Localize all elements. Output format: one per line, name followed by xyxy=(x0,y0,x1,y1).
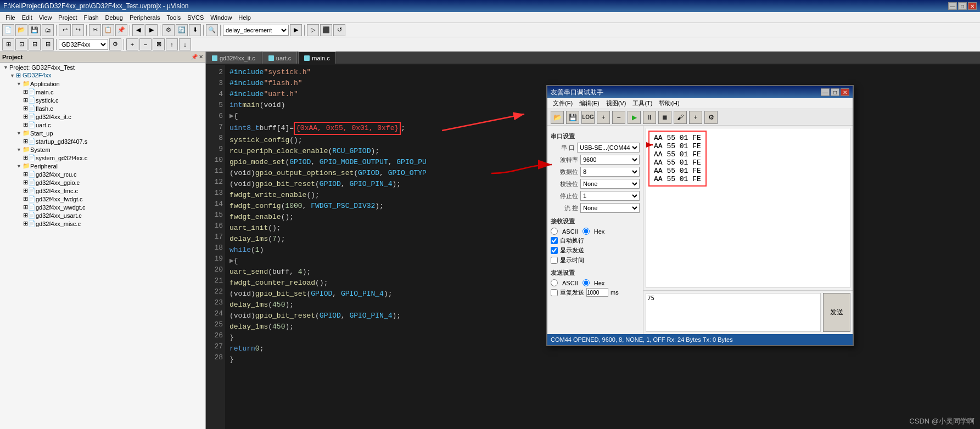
tree-fwdgt-c[interactable]: ⊞📄 gd32f4xx_fwdgt.c xyxy=(1,195,204,203)
flowctrl-select[interactable]: None xyxy=(580,203,640,213)
function-select[interactable]: delay_decrement xyxy=(223,25,289,36)
tree-system-c[interactable]: ⊞📄 system_gd32f4xx.c xyxy=(1,154,204,162)
tree-gd32f4xx-it-c[interactable]: ⊞📄 gd32f4xx_it.c xyxy=(1,112,204,121)
tab-gd32f4xx-it[interactable]: gd32f4xx_it.c xyxy=(206,52,261,64)
dtb-log[interactable]: LOG xyxy=(581,111,595,124)
tree-misc-c[interactable]: ⊞📄 gd32f4xx_misc.c xyxy=(1,219,204,228)
maximize-btn[interactable]: □ xyxy=(958,2,967,10)
reset-btn[interactable]: ↺ xyxy=(333,24,345,36)
repeat-interval-input[interactable] xyxy=(586,288,608,297)
panel-pin[interactable]: 📌 xyxy=(191,54,198,60)
dialog-minimize[interactable]: — xyxy=(821,88,830,96)
dtb-pause[interactable]: ⏸ xyxy=(643,111,656,124)
cut-btn[interactable]: ✂ xyxy=(89,24,101,36)
stop-btn[interactable]: ⬛ xyxy=(320,24,332,36)
menu-tools[interactable]: Tools xyxy=(164,13,184,22)
open-btn[interactable]: 📂 xyxy=(15,24,27,36)
send-button[interactable]: 发送 xyxy=(823,293,850,332)
tree-rcu-c[interactable]: ⊞📄 gd32f4xx_rcu.c xyxy=(1,170,204,178)
databits-select[interactable]: 8 xyxy=(580,167,640,177)
dtb-plus2[interactable]: + xyxy=(689,111,702,124)
tree-wwdgt-c[interactable]: ⊞📄 gd32f4xx_wwdgt.c xyxy=(1,203,204,211)
dtb-sub[interactable]: − xyxy=(612,111,625,124)
tree-main-c[interactable]: ⊞📄 main.c xyxy=(1,88,204,96)
dialog-close[interactable]: ✕ xyxy=(841,88,849,96)
tab-uart[interactable]: uart.c xyxy=(262,52,298,64)
minimize-btn[interactable]: — xyxy=(948,2,957,10)
rebuild-btn[interactable]: 🔄 xyxy=(176,24,188,36)
menu-debug[interactable]: Debug xyxy=(102,13,126,22)
download-btn[interactable]: ⬇ xyxy=(189,24,201,36)
tb2-btn4[interactable]: ⊞ xyxy=(42,38,54,50)
tree-startup[interactable]: ▼ 📁 Start_up xyxy=(1,129,204,137)
menu-window[interactable]: Window xyxy=(207,13,235,22)
new-file-btn[interactable]: 📄 xyxy=(2,24,14,36)
dtb-open[interactable]: 📂 xyxy=(551,111,564,124)
dialog-maximize[interactable]: □ xyxy=(831,88,839,96)
save-btn[interactable]: 💾 xyxy=(29,24,41,36)
debug-start-btn[interactable]: ▷ xyxy=(307,24,319,36)
dtb-play[interactable]: ▶ xyxy=(628,111,641,124)
redo-btn[interactable]: ↪ xyxy=(72,24,84,36)
dtb-stop[interactable]: ⏹ xyxy=(658,111,671,124)
undo-btn[interactable]: ↩ xyxy=(59,24,71,36)
stopbits-select[interactable]: 1 xyxy=(580,191,640,201)
dtb-save[interactable]: 💾 xyxy=(566,111,579,124)
menu-file[interactable]: File xyxy=(2,13,19,22)
tb2-btn1[interactable]: ⊞ xyxy=(2,38,14,50)
back-btn[interactable]: ◀ xyxy=(132,24,144,36)
menu-svcs[interactable]: SVCS xyxy=(184,13,207,22)
menu-view[interactable]: View xyxy=(36,13,55,22)
tb2-add-btn[interactable]: + xyxy=(126,38,138,50)
dialog-menu-edit[interactable]: 编辑(E) xyxy=(576,98,603,109)
recv-hex-radio[interactable] xyxy=(583,228,590,235)
search-btn[interactable]: 🔍 xyxy=(206,24,218,36)
build-btn[interactable]: ⚙ xyxy=(163,24,175,36)
tree-uart-c[interactable]: ⊞📄 uart.c xyxy=(1,121,204,129)
tb2-up-btn[interactable]: ↑ xyxy=(166,38,178,50)
panel-close[interactable]: ✕ xyxy=(199,54,203,60)
tree-application[interactable]: ▼ 📁 Application xyxy=(1,80,204,88)
tb2-btn2[interactable]: ⊡ xyxy=(15,38,27,50)
tb2-down-btn[interactable]: ↓ xyxy=(179,38,191,50)
tree-system[interactable]: ▼ 📁 System xyxy=(1,145,204,154)
recv-ascii-radio[interactable] xyxy=(551,228,558,235)
parity-select[interactable]: None xyxy=(580,179,640,189)
baud-select[interactable]: 9600 xyxy=(580,155,640,165)
send-hex-radio[interactable] xyxy=(583,279,590,286)
paste-btn[interactable]: 📌 xyxy=(115,24,127,36)
tb2-btn3[interactable]: ⊟ xyxy=(29,38,41,50)
tb2-del-btn[interactable]: − xyxy=(139,38,152,50)
auto-newline-check[interactable] xyxy=(551,237,558,244)
dtb-gear[interactable]: ⚙ xyxy=(704,111,718,124)
go-btn[interactable]: ▶ xyxy=(290,24,302,36)
save-all-btn[interactable]: 🗂 xyxy=(42,24,54,36)
tree-gd32f4xx[interactable]: ▼ ⊞ GD32F4xx xyxy=(1,71,204,80)
dialog-menu-help[interactable]: 帮助(H) xyxy=(656,98,682,109)
forward-btn[interactable]: ▶ xyxy=(145,24,158,36)
menu-help[interactable]: Help xyxy=(235,13,254,22)
show-time-check[interactable] xyxy=(551,257,558,264)
copy-btn[interactable]: 📋 xyxy=(102,24,114,36)
show-send-check[interactable] xyxy=(551,247,558,254)
tree-fmc-c[interactable]: ⊞📄 gd32f4xx_fmc.c xyxy=(1,187,204,195)
tb2-grp-btn[interactable]: ⊠ xyxy=(153,38,165,50)
repeat-send-check[interactable] xyxy=(551,289,558,296)
menu-project[interactable]: Project xyxy=(55,13,80,22)
close-btn[interactable]: ✕ xyxy=(968,2,977,10)
tree-project-root[interactable]: ▼ Project: GD32F4xx_Test xyxy=(1,64,204,71)
tab-main[interactable]: main.c xyxy=(298,52,335,64)
tree-systick-c[interactable]: ⊞📄 systick.c xyxy=(1,96,204,104)
target-options-btn[interactable]: ⚙ xyxy=(109,38,121,50)
dialog-menu-file[interactable]: 文件(F) xyxy=(550,98,576,109)
menu-peripherals[interactable]: Peripherals xyxy=(126,13,164,22)
send-input[interactable]: 75 xyxy=(646,293,821,332)
target-select[interactable]: GD32F4xx xyxy=(59,39,108,50)
port-select[interactable]: USB-SE...(COM44 xyxy=(577,143,640,153)
tree-startup-s[interactable]: ⊞📄 startup_gd32f407.s xyxy=(1,137,204,145)
send-ascii-radio[interactable] xyxy=(551,279,558,286)
dtb-brush[interactable]: 🖌 xyxy=(674,111,687,124)
tree-peripheral[interactable]: ▼ 📁 Peripheral xyxy=(1,162,204,170)
menu-flash[interactable]: Flash xyxy=(81,13,102,22)
menu-edit[interactable]: Edit xyxy=(19,13,36,22)
